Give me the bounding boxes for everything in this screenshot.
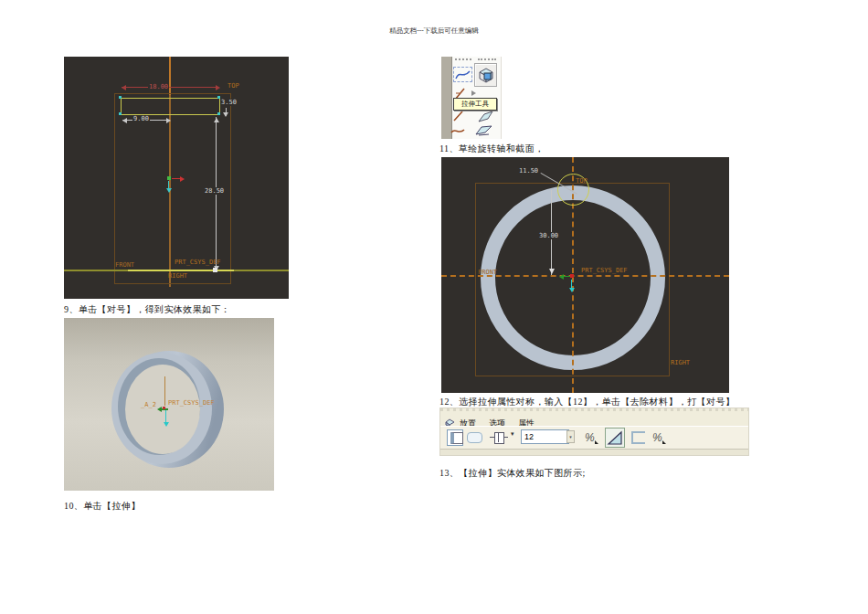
extrude-dashboard-screenshot: 放置 选项 属性 ▾ ▾ — [439, 408, 749, 456]
page-header: 精品文档---下载后可任意编辑 — [0, 26, 868, 36]
centerline-vertical-top — [169, 57, 171, 95]
feature-toolbar-screenshot: 拉伸工具 — [441, 57, 502, 139]
step-11-text: 11、草绘旋转轴和截面， — [439, 143, 544, 155]
csys-label: PRT_CSYS_DEF — [175, 259, 221, 266]
flip-direction-icon: % — [585, 431, 595, 444]
vertex-point — [119, 96, 122, 99]
dropdown-arrow-icon: ▾ — [569, 435, 572, 439]
csys-label: PRT_CSYS_DEF — [168, 399, 215, 407]
dim-line-width — [122, 87, 218, 88]
csys-label: PRT_CSYS_DEF — [581, 267, 628, 274]
top-datum-label: TOP — [576, 177, 587, 185]
csys-marker — [167, 176, 171, 180]
extrude-tooltip: 拉伸工具 — [453, 98, 497, 111]
step-10-text: 10、单击【拉伸】 — [64, 500, 141, 513]
front-datum-label: FRONT — [478, 269, 497, 276]
curve-icon[interactable] — [450, 123, 466, 134]
depth-input-dropdown[interactable]: ▾ — [566, 430, 575, 443]
remove-material-button[interactable] — [605, 428, 625, 448]
line-tick-icon[interactable] — [452, 110, 465, 122]
sketch-screenshot-1: 18.00 TOP 3.50 9.00 28.50 FRONT PRT_CSYS… — [64, 57, 289, 299]
dim-thickness-value: 3.50 — [220, 99, 238, 106]
depth-dropdown-arrow[interactable]: ▾ — [511, 430, 514, 438]
toolbar-grip[interactable] — [455, 58, 471, 60]
flip-material-side-button[interactable]: % — [652, 429, 669, 446]
front-datum-label: FRONT — [115, 261, 134, 269]
render-screenshot-ring: _A_2 PRT_CSYS_DEF — [64, 318, 274, 491]
flip-material-icon: % — [652, 431, 662, 444]
toolbar-grip[interactable] — [478, 58, 496, 60]
right-datum-label: RIGHT — [168, 272, 187, 280]
spline-icon[interactable] — [453, 67, 472, 82]
vertex-point — [119, 112, 122, 115]
dashboard-footer-strip — [440, 449, 748, 456]
dim-section-diameter-value: 11.50 — [518, 167, 539, 175]
step-12-text: 12、选择拉伸属性对称，输入【12】，单击【去除材料】，打【对号】 — [439, 396, 735, 408]
sketch-rectangle — [121, 98, 220, 115]
dim-line-height — [216, 117, 217, 272]
flip-direction-button[interactable]: % — [585, 429, 601, 446]
top-datum-label: TOP — [228, 82, 239, 90]
blend-tool-icon[interactable] — [474, 124, 493, 137]
dim-radius-value: 30.00 — [538, 232, 559, 239]
sweep-tool-icon[interactable] — [476, 110, 494, 124]
axis-line — [164, 376, 165, 406]
thicken-sketch-button[interactable] — [631, 431, 645, 442]
clipped-menu-strip — [440, 408, 748, 411]
right-datum-label: RIGHT — [671, 359, 690, 366]
document-page: 精品文档---下载后可任意编辑 18.00 TOP 3.50 9.00 28.5… — [0, 0, 868, 614]
dashboard-controls: ▾ ▾ % % — [440, 426, 748, 450]
step-9-text: 9、单击【对号】，得到实体效果如下： — [64, 303, 230, 316]
dim-width-value: 18.00 — [148, 83, 169, 90]
dim-offset-value: 9.00 — [132, 115, 150, 122]
dashboard-tab-row: 放置 选项 属性 — [444, 413, 544, 425]
extrude-surface-button[interactable] — [467, 431, 482, 443]
dim-height-value: 28.50 — [204, 187, 225, 195]
extrude-tool-button[interactable] — [474, 63, 497, 87]
extrude-solid-button[interactable] — [447, 429, 463, 446]
sketch-screenshot-2: 11.50 TOP 30.00 PRT_CSYS_DEF FRONT RIGHT — [441, 157, 729, 393]
revolve-tool-icon[interactable] — [471, 90, 479, 96]
step-13-text: 13、【拉伸】实体效果如下图所示; — [439, 467, 586, 480]
depth-value-input[interactable] — [521, 429, 569, 444]
csys-marker — [570, 274, 574, 278]
symmetric-depth-button[interactable] — [490, 430, 508, 444]
